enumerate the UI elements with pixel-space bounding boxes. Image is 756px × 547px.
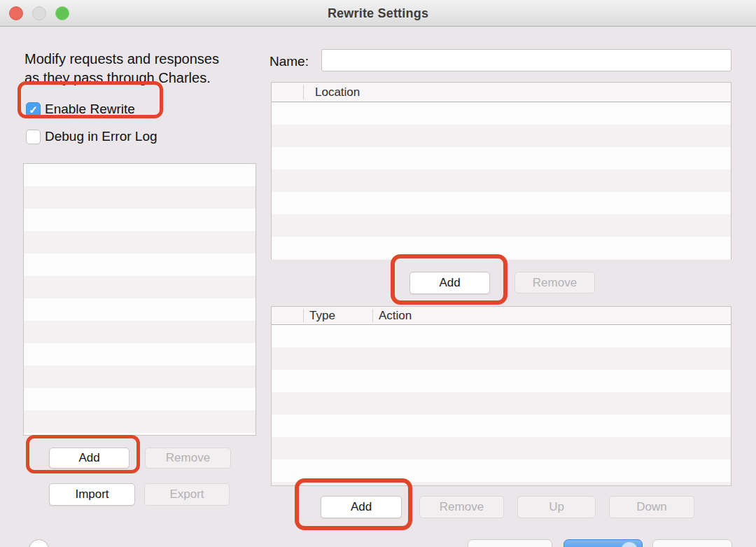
locations-remove-button: Remove xyxy=(514,272,595,293)
rules-table-header: Type Action xyxy=(272,307,731,325)
debug-in-error-log-checkbox[interactable] xyxy=(26,130,41,144)
dialog-default-button-partial[interactable] xyxy=(564,539,643,547)
rewrite-sets-list[interactable] xyxy=(23,163,256,436)
rules-table-body[interactable] xyxy=(272,325,731,485)
locations-table[interactable]: Location xyxy=(271,82,732,260)
rewrite-settings-window: { "window": { "title": "Rewrite Settings… xyxy=(0,0,756,547)
column-divider xyxy=(303,85,304,99)
checkmark-icon: ✓ xyxy=(29,104,38,115)
rules-up-label: Up xyxy=(549,500,564,514)
sets-export-button: Export xyxy=(144,483,230,506)
enable-rewrite-label: Enable Rewrite xyxy=(45,102,135,117)
dialog-button-partial-right[interactable] xyxy=(652,539,732,547)
window-title: Rewrite Settings xyxy=(0,0,756,27)
locations-add-button[interactable]: Add xyxy=(410,272,490,294)
rules-table[interactable]: Type Action xyxy=(271,306,732,486)
name-label: Name: xyxy=(270,54,309,69)
locations-table-body[interactable] xyxy=(272,102,731,260)
locations-remove-label: Remove xyxy=(533,276,577,290)
enable-rewrite-checkbox[interactable]: ✓ xyxy=(26,102,41,117)
rules-down-button: Down xyxy=(609,496,694,518)
locations-add-label: Add xyxy=(439,276,460,290)
rules-up-button: Up xyxy=(517,496,596,518)
sets-remove-button: Remove xyxy=(145,448,231,469)
sets-import-button[interactable]: Import xyxy=(49,483,135,506)
name-input[interactable] xyxy=(321,49,732,71)
locations-column-header: Location xyxy=(315,85,360,99)
intro-text: Modify requests and responses as they pa… xyxy=(24,50,262,88)
column-divider xyxy=(372,309,373,322)
rules-remove-label: Remove xyxy=(440,500,484,514)
sets-import-label: Import xyxy=(75,487,108,501)
rules-type-column-header: Type xyxy=(309,309,335,323)
locations-table-header: Location xyxy=(272,83,731,102)
sets-export-label: Export xyxy=(169,487,204,501)
dialog-button-partial-left[interactable] xyxy=(468,539,552,547)
debug-in-error-log-label: Debug in Error Log xyxy=(45,129,158,144)
rules-action-column-header: Action xyxy=(379,309,412,323)
intro-line-1: Modify requests and responses xyxy=(24,50,262,69)
sets-add-label: Add xyxy=(78,451,99,465)
rules-down-label: Down xyxy=(636,500,666,514)
sets-add-button[interactable]: Add xyxy=(49,448,130,469)
rules-add-button[interactable]: Add xyxy=(321,496,402,518)
intro-line-2: as they pass through Charles. xyxy=(24,69,262,88)
title-bar: Rewrite Settings xyxy=(0,0,756,27)
rules-remove-button: Remove xyxy=(419,496,504,518)
button-highlight xyxy=(621,542,638,547)
sets-remove-label: Remove xyxy=(166,451,210,465)
help-button[interactable] xyxy=(29,539,49,547)
rules-add-label: Add xyxy=(351,500,372,514)
column-divider xyxy=(303,309,304,322)
